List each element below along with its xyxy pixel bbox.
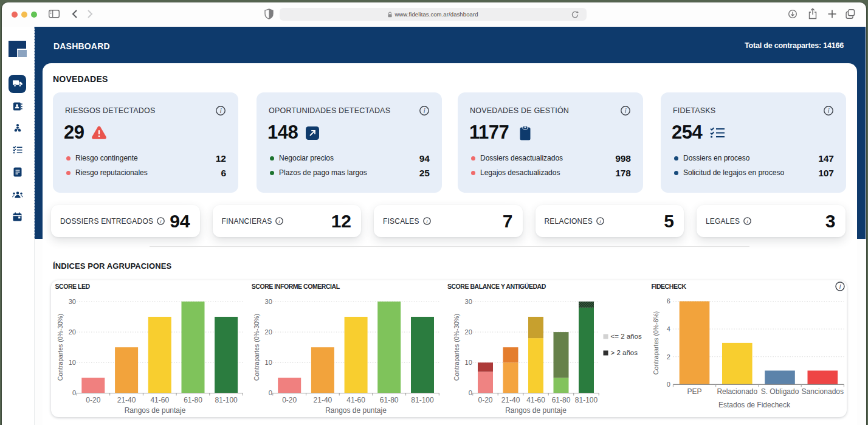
svg-text:2: 2 bbox=[666, 353, 670, 361]
svg-text:20: 20 bbox=[264, 328, 272, 336]
svg-text:i: i bbox=[220, 108, 222, 114]
svg-text:Contrapartes (0%-30%): Contrapartes (0%-30%) bbox=[452, 314, 460, 381]
svg-text:i: i bbox=[279, 219, 280, 224]
svg-text:Rangos de puntaje: Rangos de puntaje bbox=[124, 406, 185, 415]
svg-text:0: 0 bbox=[468, 389, 472, 396]
svg-text:20: 20 bbox=[68, 328, 75, 336]
svg-text:i: i bbox=[747, 219, 748, 224]
svg-text:SCORE BALANCE Y ANTIGÜEDAD: SCORE BALANCE Y ANTIGÜEDAD bbox=[447, 283, 546, 290]
svg-text:61-80: 61-80 bbox=[184, 396, 202, 404]
svg-text:0-20: 0-20 bbox=[478, 396, 492, 404]
svg-text:i: i bbox=[828, 108, 830, 114]
svg-text:4: 4 bbox=[666, 325, 670, 333]
svg-text:30: 30 bbox=[68, 298, 75, 305]
svg-text:i: i bbox=[424, 108, 425, 114]
svg-text:SCORE INFORME COMERCIAL: SCORE INFORME COMERCIAL bbox=[251, 283, 340, 290]
svg-text:SCORE LED: SCORE LED bbox=[55, 283, 90, 290]
svg-text:41-60: 41-60 bbox=[346, 396, 365, 404]
svg-text:0-20: 0-20 bbox=[86, 396, 100, 404]
svg-text:i: i bbox=[599, 219, 601, 224]
svg-text:20: 20 bbox=[464, 328, 472, 336]
svg-text:Relacionado: Relacionado bbox=[717, 387, 757, 396]
svg-text:61-80: 61-80 bbox=[551, 396, 570, 404]
svg-text:81-100: 81-100 bbox=[574, 396, 598, 404]
svg-text:30: 30 bbox=[464, 298, 472, 305]
svg-text:10: 10 bbox=[68, 359, 75, 366]
svg-text:Contrapartes (0%-30%): Contrapartes (0%-30%) bbox=[252, 314, 260, 381]
svg-text:21-40: 21-40 bbox=[313, 396, 332, 404]
svg-text:0-20: 0-20 bbox=[282, 396, 297, 404]
svg-text:Estados de Fidecheck: Estados de Fidecheck bbox=[718, 401, 790, 409]
svg-text:10: 10 bbox=[464, 359, 472, 366]
svg-text:10: 10 bbox=[264, 359, 272, 366]
svg-text:21-40: 21-40 bbox=[117, 396, 136, 404]
svg-text:41-60: 41-60 bbox=[150, 396, 169, 404]
svg-text:61-80: 61-80 bbox=[379, 396, 398, 404]
svg-text:i: i bbox=[426, 219, 427, 224]
svg-text:Rangos de puntaje: Rangos de puntaje bbox=[505, 406, 567, 415]
svg-text:Contrapartes (0%-6%): Contrapartes (0%-6%) bbox=[652, 311, 660, 375]
svg-text:Sancionados: Sancionados bbox=[801, 387, 843, 396]
svg-text:30: 30 bbox=[264, 298, 272, 305]
svg-text:Rangos de puntaje: Rangos de puntaje bbox=[325, 406, 387, 415]
svg-text:21-40: 21-40 bbox=[501, 396, 520, 404]
svg-text:6: 6 bbox=[666, 297, 670, 305]
svg-text:<= 2 años: <= 2 años bbox=[610, 333, 641, 340]
svg-text:FIDECHECK: FIDECHECK bbox=[651, 283, 686, 290]
svg-text:81-100: 81-100 bbox=[215, 396, 238, 404]
svg-text:81-100: 81-100 bbox=[411, 396, 434, 404]
svg-text:41-60: 41-60 bbox=[526, 396, 545, 404]
svg-text:0: 0 bbox=[72, 389, 75, 396]
svg-text:Contrapartes (0%-30%): Contrapartes (0%-30%) bbox=[57, 314, 64, 381]
svg-text:i: i bbox=[625, 108, 627, 114]
svg-text:i: i bbox=[160, 219, 162, 224]
svg-text:> 2 años: > 2 años bbox=[610, 349, 638, 356]
svg-text:0: 0 bbox=[268, 389, 272, 396]
svg-text:PEP: PEP bbox=[687, 387, 701, 396]
svg-text:i: i bbox=[839, 283, 841, 290]
svg-text:S. Obligado: S. Obligado bbox=[760, 387, 799, 396]
svg-text:0: 0 bbox=[666, 381, 670, 388]
